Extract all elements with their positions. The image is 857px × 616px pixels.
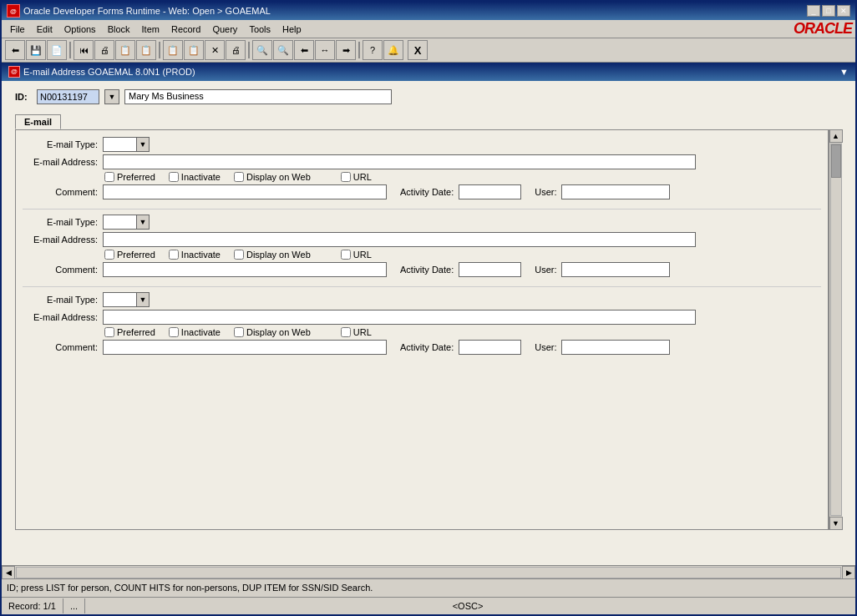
email-type-label-2: E-mail Type: xyxy=(23,217,98,227)
menu-item[interactable]: Item xyxy=(137,23,165,36)
menu-query[interactable]: Query xyxy=(207,23,242,36)
email-address-input-1[interactable] xyxy=(103,154,696,169)
email-type-input-1[interactable] xyxy=(103,137,136,152)
maximize-button[interactable]: □ xyxy=(822,5,835,17)
email-type-dropdown-3[interactable]: ▼ xyxy=(136,292,150,307)
id-dropdown-button[interactable]: ▼ xyxy=(104,89,119,104)
comment-input-3[interactable] xyxy=(103,340,387,355)
h-scroll-right-button[interactable]: ▶ xyxy=(842,566,855,579)
menu-edit[interactable]: Edit xyxy=(32,23,58,36)
menu-options[interactable]: Options xyxy=(59,23,101,36)
toolbar-btn-16[interactable]: ➡ xyxy=(336,40,356,60)
user-label-2: User: xyxy=(535,265,556,275)
email-address-input-3[interactable] xyxy=(103,310,696,325)
toolbar-close-btn[interactable]: X xyxy=(408,40,428,60)
toolbar-btn-1[interactable]: ⬅ xyxy=(5,40,25,60)
email-type-dropdown-2[interactable]: ▼ xyxy=(136,215,150,230)
title-bar: @ Oracle Developer Forms Runtime - Web: … xyxy=(2,2,855,20)
user-input-3[interactable] xyxy=(561,340,670,355)
toolbar-btn-2[interactable]: 💾 xyxy=(26,40,46,60)
user-input-1[interactable] xyxy=(561,184,670,199)
email-address-input-2[interactable] xyxy=(103,232,696,247)
scroll-down-button[interactable]: ▼ xyxy=(829,517,843,530)
preferred-checkbox-1[interactable] xyxy=(104,172,114,182)
activity-date-input-1[interactable] xyxy=(459,184,521,199)
comment-input-1[interactable] xyxy=(103,184,387,199)
oracle-logo: ORACLE xyxy=(794,20,852,38)
toolbar-btn-7[interactable]: 📋 xyxy=(136,40,156,60)
toolbar-btn-4[interactable]: ⏮ xyxy=(74,40,94,60)
record-status-2: ... xyxy=(70,601,78,611)
toolbar-btn-8[interactable]: 📋 xyxy=(163,40,183,60)
inactivate-checkbox-3[interactable] xyxy=(169,327,179,337)
url-checkbox-3[interactable] xyxy=(341,327,351,337)
menu-block[interactable]: Block xyxy=(103,23,135,36)
vertical-scrollbar[interactable]: ▲ ▼ xyxy=(829,129,842,530)
toolbar-btn-11[interactable]: 🖨 xyxy=(226,40,246,60)
display-on-web-checkbox-3[interactable] xyxy=(234,327,244,337)
email-type-input-2[interactable] xyxy=(103,215,136,230)
toolbar-btn-6[interactable]: 📋 xyxy=(115,40,135,60)
toolbar-btn-15[interactable]: ↔ xyxy=(315,40,335,60)
scroll-track[interactable] xyxy=(830,144,842,516)
minimize-button[interactable]: _ xyxy=(807,5,820,17)
form-title: E-mail Address GOAEMAL 8.0N1 (PROD) xyxy=(23,67,195,77)
toolbar-btn-14[interactable]: ⬅ xyxy=(294,40,314,60)
email-record-1: E-mail Type: ▼ E-mail Address: Pre xyxy=(23,137,821,210)
form-title-bar: @ E-mail Address GOAEMAL 8.0N1 (PROD) ▼ xyxy=(2,63,855,81)
url-checkbox-2[interactable] xyxy=(341,250,351,260)
form-collapse-icon[interactable]: ▼ xyxy=(839,67,849,77)
horizontal-scrollbar[interactable]: ◀ ▶ xyxy=(2,565,855,578)
preferred-checkbox-3[interactable] xyxy=(104,327,114,337)
record-indicator: Record: 1/1 xyxy=(8,601,56,611)
inactivate-label-2: Inactivate xyxy=(181,250,221,260)
toolbar-btn-10[interactable]: ✕ xyxy=(205,40,225,60)
toolbar-btn-12[interactable]: 🔍 xyxy=(252,40,272,60)
h-scroll-left-button[interactable]: ◀ xyxy=(2,566,15,579)
email-address-label-2: E-mail Address: xyxy=(23,235,98,245)
email-address-label-1: E-mail Address: xyxy=(23,157,98,167)
toolbar-btn-9[interactable]: 📋 xyxy=(184,40,204,60)
activity-date-input-3[interactable] xyxy=(459,340,521,355)
activity-date-label-3: Activity Date: xyxy=(400,342,454,352)
inactivate-checkbox-2[interactable] xyxy=(169,250,179,260)
inactivate-checkbox-1[interactable] xyxy=(169,172,179,182)
record-bar: Record: 1/1 ... <OSC> xyxy=(2,597,855,614)
tab-container: E-mail xyxy=(15,114,842,129)
window-title: Oracle Developer Forms Runtime - Web: Op… xyxy=(23,6,271,16)
menu-tools[interactable]: Tools xyxy=(244,23,276,36)
toolbar-btn-3[interactable]: 📄 xyxy=(47,40,67,60)
preferred-checkbox-2[interactable] xyxy=(104,250,114,260)
menu-help[interactable]: Help xyxy=(277,23,307,36)
tab-email[interactable]: E-mail xyxy=(15,114,61,129)
email-address-label-3: E-mail Address: xyxy=(23,312,98,322)
toolbar-btn-13[interactable]: 🔍 xyxy=(273,40,293,60)
close-button[interactable]: ✕ xyxy=(837,5,850,17)
content-panel: E-mail Type: ▼ E-mail Address: Pre xyxy=(15,129,829,530)
status-bar: ID; press LIST for person, COUNT HITS fo… xyxy=(2,578,855,596)
display-on-web-label-3: Display on Web xyxy=(246,327,311,337)
scroll-up-button[interactable]: ▲ xyxy=(829,129,843,143)
toolbar-btn-18[interactable]: 🔔 xyxy=(383,40,403,60)
h-scroll-track[interactable] xyxy=(16,567,841,578)
preferred-label-2: Preferred xyxy=(117,250,155,260)
inactivate-label-1: Inactivate xyxy=(181,172,221,182)
display-on-web-checkbox-1[interactable] xyxy=(234,172,244,182)
id-label: ID: xyxy=(15,92,32,102)
email-type-dropdown-1[interactable]: ▼ xyxy=(136,137,150,152)
scroll-thumb[interactable] xyxy=(831,144,841,178)
menu-record[interactable]: Record xyxy=(166,23,205,36)
id-input[interactable] xyxy=(37,89,99,104)
email-record-2: E-mail Type: ▼ E-mail Address: Pre xyxy=(23,215,821,287)
url-label-1: URL xyxy=(353,172,372,182)
email-type-label-1: E-mail Type: xyxy=(23,139,98,149)
activity-date-input-2[interactable] xyxy=(459,262,521,277)
comment-input-2[interactable] xyxy=(103,262,387,277)
url-checkbox-1[interactable] xyxy=(341,172,351,182)
display-on-web-checkbox-2[interactable] xyxy=(234,250,244,260)
user-input-2[interactable] xyxy=(561,262,670,277)
toolbar-btn-5[interactable]: 🖨 xyxy=(94,40,114,60)
toolbar-btn-17[interactable]: ? xyxy=(363,40,383,60)
email-type-input-3[interactable] xyxy=(103,292,136,307)
menu-file[interactable]: File xyxy=(5,23,30,36)
